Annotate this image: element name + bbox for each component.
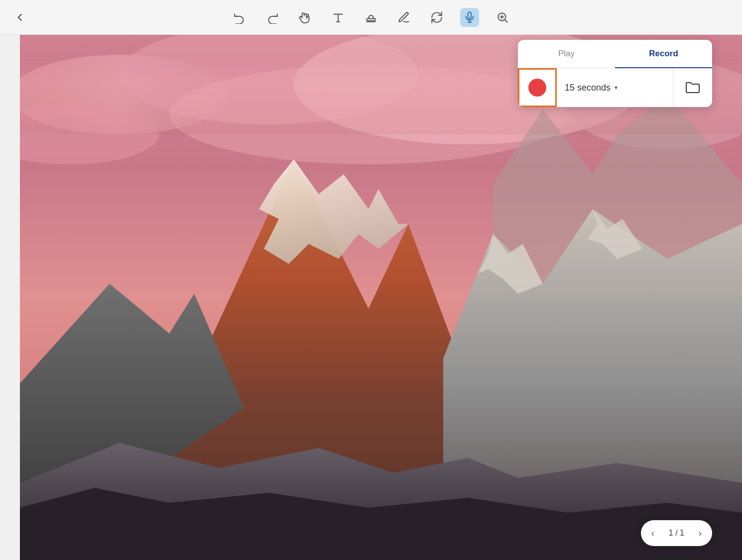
document-canvas: [20, 35, 742, 560]
folder-icon: [685, 81, 700, 94]
record-dot-icon: [528, 79, 546, 97]
text-tool-button[interactable]: [329, 8, 348, 27]
page-separator: /: [675, 529, 680, 537]
folder-button[interactable]: [673, 68, 712, 107]
toolbar: [0, 0, 742, 35]
record-tab-label: Record: [649, 49, 678, 58]
page-navigation: ‹ 1 / 1 ›: [641, 520, 712, 546]
record-tab[interactable]: Record: [615, 40, 712, 68]
current-page: 1: [669, 529, 673, 537]
record-button[interactable]: [518, 68, 557, 107]
zoom-tool-button[interactable]: [493, 8, 512, 27]
main-content: Play Record 15 seconds ▾: [0, 35, 742, 560]
page-indicator: 1 / 1: [664, 529, 689, 538]
next-page-button[interactable]: ›: [691, 524, 709, 542]
left-border: [0, 35, 20, 560]
rotate-tool-button[interactable]: [427, 8, 446, 27]
stamp-tool-button[interactable]: [362, 8, 380, 27]
prev-page-icon: ‹: [651, 528, 654, 539]
play-tab[interactable]: Play: [518, 40, 615, 68]
record-panel: Play Record 15 seconds ▾: [518, 40, 712, 107]
svg-rect-0: [367, 18, 375, 20]
prev-page-button[interactable]: ‹: [644, 524, 662, 542]
duration-label: 15 seconds: [565, 83, 611, 93]
panel-body: 15 seconds ▾: [518, 68, 712, 107]
redo-button[interactable]: [263, 8, 282, 27]
hand-tool-button[interactable]: [296, 8, 315, 27]
total-pages: 1: [680, 529, 684, 537]
play-tab-label: Play: [558, 49, 575, 58]
undo-button[interactable]: [230, 8, 249, 27]
microphone-tool-button[interactable]: [460, 8, 479, 27]
pen-tool-button[interactable]: [394, 8, 413, 27]
svg-line-6: [505, 20, 507, 22]
panel-tabs: Play Record: [518, 40, 712, 68]
svg-rect-2: [468, 12, 472, 18]
next-page-icon: ›: [699, 528, 702, 539]
chevron-down-icon: ▾: [615, 84, 618, 91]
duration-selector[interactable]: 15 seconds ▾: [557, 68, 673, 107]
back-button[interactable]: [10, 7, 30, 27]
